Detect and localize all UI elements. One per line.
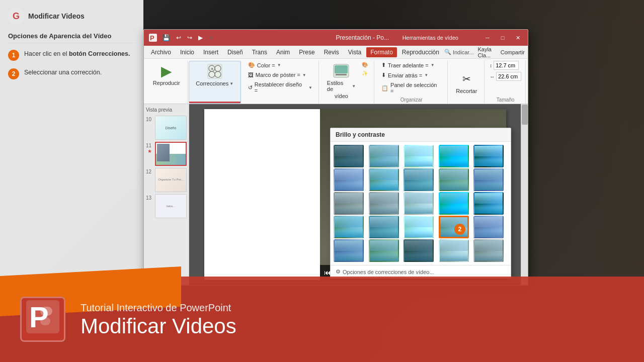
powerpoint-logo: P	[20, 297, 65, 342]
menu-disen[interactable]: Diseñ	[223, 47, 247, 57]
menu-search[interactable]: 🔍 Indicar...	[444, 49, 474, 55]
minimize-button[interactable]: ─	[481, 33, 494, 42]
correction-24[interactable]	[439, 239, 469, 262]
ppt-app-icon: P	[148, 33, 158, 43]
undo-icon[interactable]: ↩	[175, 34, 183, 41]
vertical-scrollbar[interactable]	[521, 104, 528, 285]
slide-item-11[interactable]: 11 ★	[146, 142, 187, 166]
banner-main-title: Modificar Videos	[80, 316, 236, 337]
slide-thumb-12[interactable]: Organizar Tu Pre...	[155, 168, 187, 192]
enviar-atras-button[interactable]: ⬇ Enviar atrás = ▼	[379, 71, 430, 79]
close-button[interactable]: ✕	[512, 33, 524, 42]
slide-thumb-11[interactable]	[155, 142, 187, 166]
correcciones-button[interactable]: ☀ Correcciones ▼	[193, 61, 236, 88]
correction-4[interactable]	[439, 145, 469, 167]
width-input[interactable]	[496, 72, 521, 81]
correction-12[interactable]	[369, 192, 399, 215]
slide-item-12[interactable]: 12 Organizar Tu Pre...	[146, 168, 187, 192]
scrollbar-thumb[interactable]	[522, 105, 528, 125]
dropdown-title: Brillo y contraste	[331, 128, 511, 142]
correction-25[interactable]	[473, 239, 504, 262]
slide-item-13[interactable]: 13 Intro...	[146, 194, 187, 218]
styles-icon	[333, 63, 349, 79]
styles-label-row: Estilos de ▼	[327, 80, 356, 92]
correction-2[interactable]	[369, 145, 399, 167]
correction-16[interactable]	[334, 216, 364, 238]
reset-button[interactable]: ↺ Restablecer diseño = ▼	[246, 80, 314, 95]
panel-seleccion-button[interactable]: 📋 Panel de selección =	[379, 81, 443, 95]
menu-insert[interactable]: Insert	[199, 47, 222, 57]
redo-icon[interactable]: ↪	[186, 34, 194, 41]
correction-23[interactable]	[404, 239, 434, 262]
styles-dropdown-arrow: ▼	[352, 84, 356, 88]
correction-21[interactable]	[334, 239, 364, 262]
instruction-panel: G Modificar Videos Opciones de Aparencia…	[0, 0, 143, 282]
width-label: ↔	[490, 74, 495, 79]
correction-6[interactable]	[334, 168, 364, 191]
correction-5[interactable]	[473, 145, 504, 167]
correction-20[interactable]	[473, 216, 504, 238]
traer-dropdown-arrow: ▼	[431, 63, 435, 67]
height-input[interactable]	[494, 61, 519, 70]
correction-13[interactable]	[404, 192, 434, 215]
correction-14[interactable]	[439, 192, 469, 215]
correction-10[interactable]	[473, 168, 504, 191]
banner-text: Tutorial Interactivo de PowerPoint Modif…	[80, 302, 236, 337]
slide-10-preview: Diseño	[155, 116, 186, 139]
slide-13-preview: Intro...	[155, 195, 186, 218]
slide-thumb-10[interactable]: Diseño	[155, 116, 187, 140]
color-icon: 🎨	[248, 62, 255, 68]
border-color-icon: 🎨	[362, 62, 368, 67]
panel-header: G Modificar Videos	[8, 8, 135, 24]
slide-item-10[interactable]: 10 Diseño	[146, 116, 187, 140]
video-border-color[interactable]: 🎨	[360, 61, 370, 68]
reproducir-button[interactable]: ▶ Reproducir	[150, 61, 183, 88]
correction-22[interactable]	[369, 239, 399, 262]
menu-trans[interactable]: Trans	[248, 47, 271, 57]
poster-button[interactable]: 🖼 Marco de póster = ▼	[246, 71, 308, 79]
toolbar-dropdown-icon[interactable]: ▼	[207, 36, 214, 40]
slide-thumb-13[interactable]: Intro...	[155, 194, 187, 218]
ppt-logo-char: P	[25, 299, 60, 340]
menu-vista[interactable]: Vista	[344, 47, 365, 57]
correction-11[interactable]	[334, 192, 364, 215]
menu-anim[interactable]: Anim	[272, 47, 294, 57]
correction-17[interactable]	[369, 216, 399, 238]
traer-adelante-button[interactable]: ⬆ Traer adelante = ▼	[379, 61, 437, 69]
poster-icon: 🖼	[248, 72, 254, 78]
correction-9[interactable]	[439, 168, 469, 191]
menu-share[interactable]: Compartir	[501, 49, 525, 55]
correction-7[interactable]	[369, 168, 399, 191]
correction-18[interactable]	[404, 216, 434, 238]
svg-text:P: P	[150, 34, 154, 42]
ppt-window: P 💾 ↩ ↪ ▶ ▼ Presentación - Po... Herrami…	[143, 29, 528, 286]
styles-button[interactable]: Estilos de ▼ vídeo	[324, 61, 359, 101]
menu-inicio[interactable]: Inicio	[176, 47, 198, 57]
maximize-button[interactable]: □	[497, 33, 509, 42]
video-effects[interactable]: ✨	[360, 69, 370, 77]
menu-reproduccion[interactable]: Reproducción	[398, 47, 443, 57]
recortar-button[interactable]: ✂ Recortar	[453, 69, 480, 96]
svg-rect-14	[40, 317, 50, 325]
banner-content: P Tutorial Interactivo de PowerPoint Mod…	[0, 277, 644, 362]
correcciones-dropdown-arrow: ▼	[229, 81, 233, 86]
panel-section-title: Opciones de Aparencia del Vídeo	[8, 32, 135, 43]
correction-1[interactable]	[334, 145, 364, 167]
correction-19-selected[interactable]: 2	[439, 216, 469, 238]
reset-icon: ↺	[248, 84, 253, 91]
menu-revis[interactable]: Revis	[320, 47, 343, 57]
ribbon-group-adjust: 🎨 Color = ▼ 🖼 Marco de póster = ▼ ↺ Rest…	[242, 61, 319, 104]
correction-8[interactable]	[404, 168, 434, 191]
color-button[interactable]: 🎨 Color = ▼	[246, 61, 283, 69]
poster-dropdown-arrow: ▼	[302, 73, 306, 77]
present-icon[interactable]: ▶	[197, 34, 204, 41]
menu-archivo[interactable]: Archivo	[147, 47, 175, 57]
correction-3[interactable]	[404, 145, 434, 167]
save-icon[interactable]: 💾	[161, 34, 172, 41]
menu-user[interactable]: Kayla Cla...	[477, 46, 496, 58]
menu-prese[interactable]: Prese	[295, 47, 318, 57]
menu-formato[interactable]: Formato	[366, 47, 397, 57]
slide-panel[interactable]: Vista previa 10 Diseño 11 ★	[144, 104, 189, 285]
bottom-banner: P Tutorial Interactivo de PowerPoint Mod…	[0, 277, 644, 362]
correction-15[interactable]	[473, 192, 504, 215]
